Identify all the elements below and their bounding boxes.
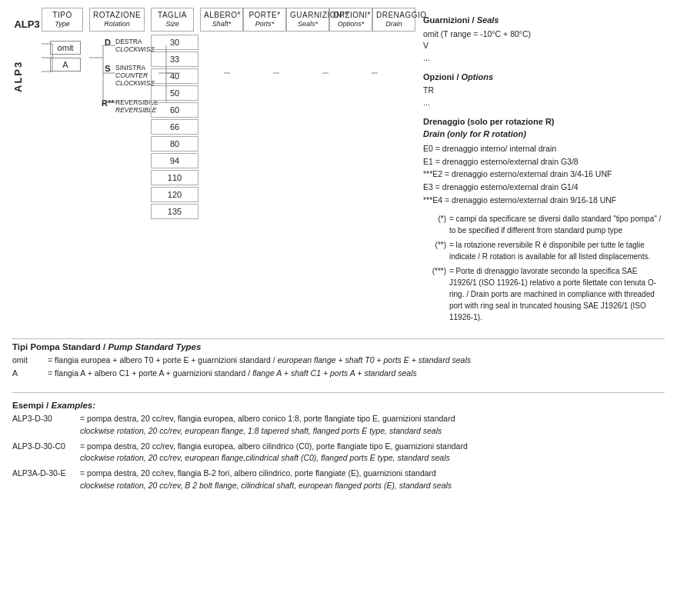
- rot-letter-1: S: [102, 64, 114, 73]
- drain-item-3: E3 = drenaggio esterno/external drain G1…: [423, 181, 665, 194]
- taglia-box-4: 60: [151, 102, 198, 118]
- examples-title-en: Examples:: [52, 401, 96, 410]
- pump-types-section: Tipi Pompa Standard / Pump Standard Type…: [12, 342, 665, 382]
- rot-item-0: DDESTRACLOCKWISE: [102, 38, 151, 53]
- col-opzioni-header: OPZIONI* Options*: [329, 8, 372, 32]
- col-porte-header: PORTE* Ports*: [243, 8, 286, 32]
- tipo-box-1: A: [50, 58, 81, 72]
- divider-2: [12, 392, 665, 393]
- taglia-box-3: 50: [151, 85, 198, 101]
- pump-type-row-0: omit= flangia europea + albero T0 + port…: [12, 355, 665, 367]
- diagram-area: ALP3 TIPO Type ROTAZIONE Rotation TAGLIA…: [12, 8, 415, 326]
- footnote-val-0: = campi da specificare se diversi dallo …: [449, 213, 665, 236]
- drain-section: Drenaggio (solo per rotazione R) Drain (…: [423, 115, 665, 207]
- drain-title: Drenaggio (solo per rotazione R) Drain (…: [423, 115, 665, 141]
- taglia-box-10: 135: [151, 204, 198, 219]
- taglia-col: 3033405060668094110120135: [151, 35, 198, 221]
- footnote-key-1: (**): [423, 239, 446, 262]
- taglia-box-7: 94: [151, 153, 198, 168]
- divider-1: [12, 338, 665, 339]
- example-row-2: ALP3A-D-30-E= pompa destra, 20 cc/rev, f…: [12, 468, 665, 492]
- tipo-col: omitA: [42, 35, 89, 72]
- drain-item-1: E1 = drenaggio esterno/external drain G3…: [423, 155, 665, 168]
- col-drenaggio-header: DRENAGGIO Drain: [372, 8, 415, 32]
- seals-item-0: omit (T range = -10°C + 80°C): [423, 28, 665, 41]
- examples-section: Esempi / Examples: ALP3-D-30= pompa dest…: [12, 396, 665, 495]
- example-key-1: ALP3-D-30-C0: [12, 441, 74, 453]
- rot-letter-0: D: [102, 38, 114, 47]
- col-alp3-header: ALP3: [12, 18, 42, 32]
- alp3-label: ALP3: [12, 53, 24, 99]
- drain-item-0: E0 = drenaggio interno/ internal drain: [423, 142, 665, 155]
- example-key-2: ALP3A-D-30-E: [12, 468, 74, 480]
- rot-desc-0: DESTRACLOCKWISE: [115, 38, 155, 53]
- pump-types-title-en: Pump Standard Types: [108, 342, 201, 351]
- footnotes-section: (*)= campi da specificare se diversi dal…: [423, 213, 665, 323]
- col-albero-header: ALBERO* Shaft*: [200, 8, 243, 32]
- drain-item-2: ***E2 = drenaggio esterno/external drain…: [423, 168, 665, 181]
- example-row-1: ALP3-D-30-C0= pompa destra, 20 cc/rev, f…: [12, 441, 665, 465]
- footnote-val-1: = la rotazione reversibile R è disponibi…: [449, 239, 665, 262]
- seals-title-en: Seals: [477, 15, 499, 25]
- options-title: Opzioni / Options: [423, 71, 665, 84]
- pump-types-title-it: Tipi Pompa Standard /: [12, 342, 108, 351]
- options-title-en: Options: [462, 72, 494, 82]
- options-section: Opzioni / Options TR...: [423, 71, 665, 109]
- alp3-label-col: ALP3: [12, 35, 42, 99]
- top-section: ALP3 TIPO Type ROTAZIONE Rotation TAGLIA…: [12, 8, 665, 326]
- footnote-2: (***)= Porte di drenaggio lavorate secon…: [423, 265, 665, 323]
- taglia-box-6: 80: [151, 136, 198, 152]
- footnote-1: (**)= la rotazione reversibile R è dispo…: [423, 239, 665, 262]
- example-desc-1: = pompa destra, 20 cc/rev, flangia europ…: [80, 441, 665, 465]
- col-tipo-header: TIPO Type: [42, 8, 83, 32]
- taglia-box-5: 66: [151, 119, 198, 135]
- taglia-box-2: 40: [151, 68, 198, 84]
- col-rotazione-header: ROTAZIONE Rotation: [89, 8, 145, 32]
- footnote-key-0: (*): [423, 213, 446, 236]
- example-desc-2: = pompa destra, 20 cc/rev, flangia B-2 f…: [80, 468, 665, 492]
- options-item-0: TR: [423, 85, 665, 97]
- col-guarnizioni-header: GUARNIZIONI* Seals*: [286, 8, 329, 32]
- pump-type-key-0: omit: [12, 355, 42, 367]
- taglia-box-0: 30: [151, 35, 198, 50]
- pump-types-title: Tipi Pompa Standard / Pump Standard Type…: [12, 342, 665, 351]
- seals-item-1: V: [423, 40, 665, 52]
- drain-item-4: ***E4 = drenaggio esterno/external drain…: [423, 194, 665, 207]
- example-row-0: ALP3-D-30= pompa destra, 20 cc/rev, flan…: [12, 413, 665, 438]
- tipo-box-0: omit: [50, 41, 81, 55]
- pump-type-row-1: A= flangia A + albero C1 + porte A + gua…: [12, 368, 665, 380]
- rot-letter-2: R**: [102, 98, 114, 108]
- rot-desc-1: SINISTRACOUNTERCLOCKWISE: [115, 64, 155, 88]
- header-row: ALP3 TIPO Type ROTAZIONE Rotation TAGLIA…: [12, 8, 415, 32]
- rot-item-1: SSINISTRACOUNTERCLOCKWISE: [102, 64, 151, 88]
- info-area: Guarnizioni / Seals omit (T range = -10°…: [415, 8, 665, 326]
- col-taglia-header: TAGLIA Size: [151, 8, 194, 32]
- rotazione-col: DDESTRACLOCKWISESSINISTRACOUNTERCLOCKWIS…: [89, 35, 151, 117]
- options-item-1: ...: [423, 97, 665, 109]
- seals-section: Guarnizioni / Seals omit (T range = -10°…: [423, 14, 665, 65]
- examples-title: Esempi / Examples:: [12, 401, 665, 410]
- drain-title-en: Drain (only for R rotation): [423, 129, 526, 138]
- taglia-box-1: 33: [151, 52, 198, 67]
- taglia-box-8: 110: [151, 170, 198, 185]
- pump-type-desc-1: = flangia A + albero C1 + porte A + guar…: [48, 368, 665, 380]
- footnote-key-2: (***): [423, 265, 446, 323]
- example-key-0: ALP3-D-30: [12, 413, 74, 425]
- seals-item-2: ...: [423, 52, 665, 65]
- rot-item-2: R**REVERSIBILEREVERSIBLE: [102, 98, 151, 114]
- example-desc-0: = pompa destra, 20 cc/rev, flangia europ…: [80, 413, 665, 438]
- pump-type-desc-0: = flangia europea + albero T0 + porte E …: [48, 355, 665, 367]
- page-layout: ALP3 TIPO Type ROTAZIONE Rotation TAGLIA…: [12, 8, 665, 495]
- footnote-0: (*)= campi da specificare se diversi dal…: [423, 213, 665, 236]
- drain-title-it: Drenaggio (solo per rotazione R): [423, 117, 555, 126]
- seals-title: Guarnizioni / Seals: [423, 14, 665, 27]
- options-title-it: Opzioni /: [423, 72, 462, 82]
- seals-title-it: Guarnizioni /: [423, 15, 477, 25]
- footnote-val-2: = Porte di drenaggio lavorate secondo la…: [449, 265, 665, 323]
- taglia-box-9: 120: [151, 187, 198, 202]
- examples-title-it: Esempi /: [12, 401, 52, 410]
- pump-type-key-1: A: [12, 368, 42, 380]
